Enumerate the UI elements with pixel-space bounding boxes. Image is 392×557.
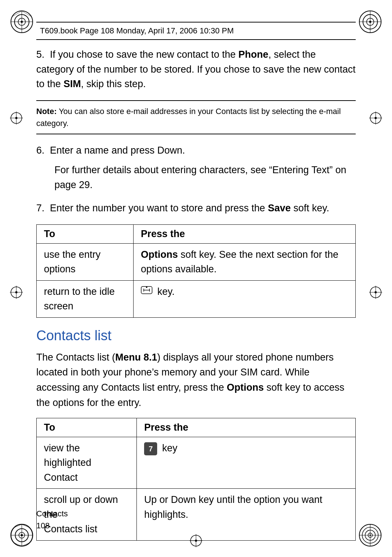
table-1: To Press the use the entry options Optio… [36,224,356,318]
table-row: scroll up or down theContacts list Up or… [37,489,356,541]
svg-point-55 [146,286,147,288]
table-row: view the highlightedContact 7 key [37,437,356,489]
side-left-mid-crosshair [7,283,25,301]
step7-text2: soft key. [291,203,329,214]
step5-sim: SIM [64,78,81,89]
step-5-block: 5. If you chose to save the new contact … [36,47,356,92]
contacts-list-heading: Contacts list [36,328,356,343]
section-paragraph: The Contacts list (Menu 8.1) displays al… [36,350,356,411]
step-5-text: 5. If you chose to save the new contact … [36,47,356,92]
step7-save: Save [268,203,291,214]
footer: Contacts 108 [36,508,68,532]
step5-text1: If you chose to save the new contact to … [50,49,238,60]
table2-row1-col1: view the highlightedContact [37,437,137,489]
step6-body: Enter a name and press Down. [50,145,185,156]
table2-col2-header: Press the [137,418,356,437]
main-content: 5. If you chose to save the new contact … [36,47,356,513]
corner-tr [356,7,385,36]
header-text: T609.book Page 108 Monday, April 17, 200… [40,26,234,36]
step-7-text: 7. Enter the number you want to store an… [36,201,356,216]
step-6-text: 6. Enter a name and press Down. [36,143,356,158]
table1-col1-header: To [37,224,134,243]
table2-row1-col2: 7 key [137,437,356,489]
table-2: To Press the view the highlightedContact… [36,418,356,541]
table1-row1-col2: Options soft key. See the next section f… [134,243,356,280]
step5-text3: , skip this step. [81,78,146,89]
footer-line1: Contacts [36,508,68,520]
section-para1: The Contacts list ( [36,352,115,363]
side-right-crosshair [367,109,385,127]
step7-text1: Enter the number you want to store and p… [50,203,268,214]
table1-row2-col1: return to the idle screen [37,280,134,317]
section-menu-bold: Menu 8.1 [115,352,158,363]
note-body: You can also store e-mail addresses in y… [36,107,341,128]
table-row: use the entry options Options soft key. … [37,243,356,280]
table1-row1-col1: use the entry options [37,243,134,280]
table1-col2-header: Press the [134,224,356,243]
note-text: Note: You can also store e-mail addresse… [36,105,356,129]
corner-br [356,521,385,550]
table2-col1-header: To [37,418,137,437]
table-row: return to the idle screen [37,280,356,317]
step-6-block: 6. Enter a name and press Down. For furt… [36,143,356,192]
side-right-mid-crosshair [367,283,385,301]
note-label: Note: [36,107,57,116]
step5-phone: Phone [238,49,269,60]
note-box: Note: You can also store e-mail addresse… [36,100,356,134]
corner-bl [7,521,36,550]
table2-row2-col2: Up or Down key until the option you want… [137,489,356,541]
section-options-bold: Options [227,382,264,393]
step-7-block: 7. Enter the number you want to store an… [36,201,356,216]
page: T609.book Page 108 Monday, April 17, 200… [0,0,392,557]
side-left-crosshair [7,109,25,127]
corner-tl [7,7,36,36]
step-6-detail: For further details about entering chara… [54,163,356,192]
header-bar: T609.book Page 108 Monday, April 17, 200… [36,22,356,40]
end-key-icon [141,285,152,300]
footer-line2: 108 [36,520,68,532]
num-key-icon: 7 [144,442,157,455]
table1-row2-col2: key. [134,280,356,317]
